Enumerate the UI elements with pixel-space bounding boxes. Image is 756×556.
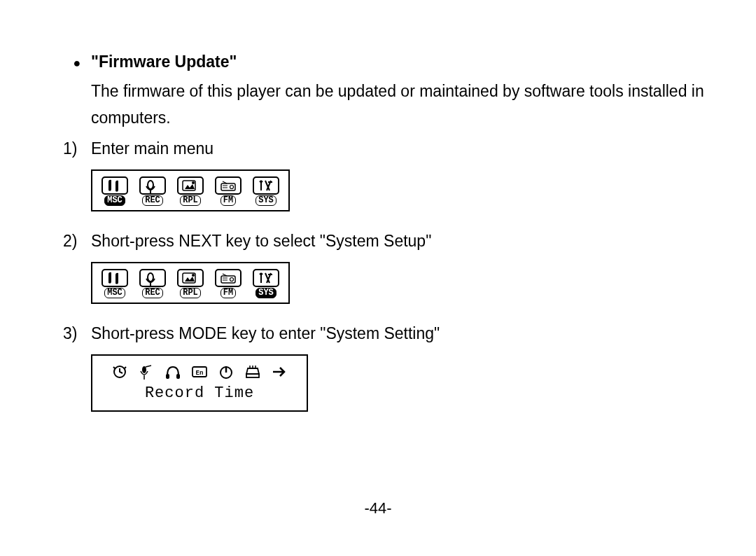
svg-rect-23 (176, 374, 180, 379)
menu-item-msc: MSC (98, 176, 132, 206)
step-2-marker: 2) (63, 228, 91, 255)
step-3-marker: 3) (63, 321, 91, 347)
language-icon: En (190, 364, 209, 380)
menu-label-msc-2: MSC (104, 288, 125, 298)
menu-item-rpl-2: RPL (174, 269, 207, 298)
step-2-text: Short-press NEXT key to select "System S… (91, 228, 431, 255)
svg-rect-16 (216, 270, 241, 286)
svg-rect-6 (216, 177, 241, 194)
svg-rect-27 (246, 374, 259, 377)
bullet-icon: ● (63, 53, 91, 74)
menu-item-rpl: RPL (174, 176, 207, 206)
lcd-screen-3: En Record Time (91, 354, 308, 412)
intro-text: The firmware of this player can be updat… (91, 78, 714, 132)
lcd-screen-2: MSC REC RPL FM SYS (91, 262, 290, 304)
step-1-text: Enter main menu (91, 136, 214, 162)
step-1-marker: 1) (63, 136, 91, 162)
page-number: -44- (0, 496, 756, 521)
svg-rect-13 (178, 270, 203, 286)
menu-label-fm: FM (220, 195, 236, 206)
svg-point-8 (230, 185, 234, 188)
section-title: "Firmware Update" (91, 49, 237, 76)
svg-rect-19 (253, 270, 279, 286)
menu-item-fm-2: FM (211, 269, 245, 298)
svg-point-15 (192, 274, 195, 277)
lcd-screen-1: MSC REC RPL FM SYS (91, 169, 290, 211)
svg-rect-22 (166, 374, 169, 379)
menu-item-msc-2: MSC (98, 269, 132, 298)
memory-icon (244, 364, 262, 380)
svg-point-5 (192, 181, 195, 184)
headphones-icon (164, 364, 182, 380)
svg-point-21 (142, 366, 146, 373)
svg-rect-0 (102, 177, 127, 194)
svg-rect-9 (253, 177, 279, 194)
menu-item-rec: REC (136, 176, 169, 206)
arrow-right-icon (270, 364, 288, 380)
menu-item-rec-2: REC (136, 269, 169, 298)
svg-point-12 (148, 273, 153, 282)
menu-label-rec-2: REC (142, 288, 163, 298)
svg-rect-10 (102, 270, 127, 286)
menu-label-fm-2: FM (220, 288, 236, 298)
lcd-3-caption: Record Time (98, 381, 301, 406)
menu-label-rec: REC (142, 195, 163, 206)
mic-icon (137, 364, 155, 380)
power-icon (217, 364, 235, 380)
menu-label-rpl-2: RPL (180, 288, 201, 298)
menu-item-fm: FM (211, 176, 245, 206)
menu-item-sys: SYS (249, 176, 283, 206)
step-3-text: Short-press MODE key to enter "System Se… (91, 321, 440, 347)
menu-label-sys-2: SYS (255, 288, 276, 298)
menu-item-sys-2: SYS (249, 269, 283, 298)
svg-text:En: En (196, 370, 204, 377)
svg-rect-3 (178, 177, 203, 194)
menu-label-sys: SYS (255, 195, 276, 206)
svg-point-18 (230, 277, 234, 281)
clock-icon (111, 364, 129, 380)
menu-label-rpl: RPL (180, 195, 201, 206)
menu-label-msc: MSC (104, 195, 125, 206)
svg-point-2 (148, 181, 153, 189)
